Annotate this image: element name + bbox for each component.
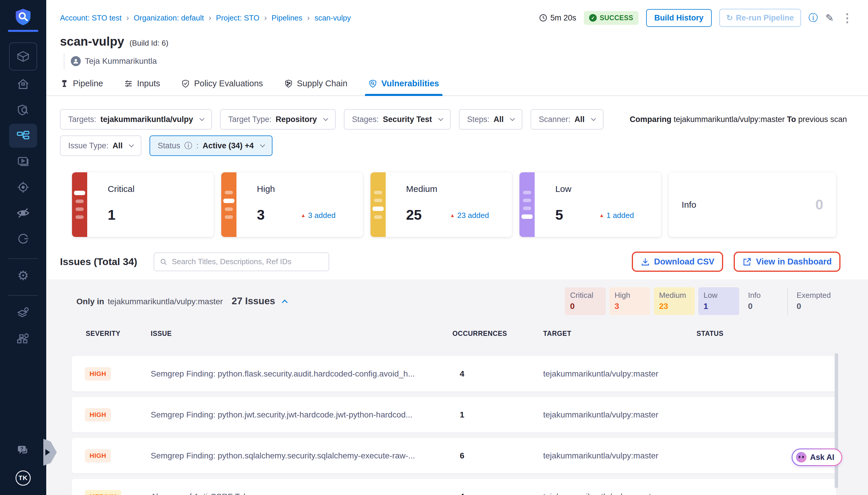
external-link-icon: [743, 257, 752, 267]
download-csv-button[interactable]: Download CSV: [632, 252, 723, 272]
sidebar-item-default-settings[interactable]: [9, 301, 37, 324]
module-selector[interactable]: [9, 42, 37, 70]
sidebar-item-executions[interactable]: [9, 150, 37, 173]
edit-pipeline-icon[interactable]: ✎: [826, 12, 834, 24]
severity-cards: Critical 1 High 3 ▲ 3 added Medium 2: [46, 172, 868, 237]
rerun-pipeline-button[interactable]: ↻ Re-run Pipeline: [719, 9, 801, 27]
executions-icon: [17, 155, 30, 168]
comparing-to: To: [787, 115, 796, 124]
comparing-note: Comparing tejakummarikuntla/vulpy:master…: [630, 115, 847, 124]
chip-label: Low: [703, 291, 734, 300]
app-root: ⚙ ? TK: [0, 0, 868, 495]
breadcrumb-pipelines[interactable]: Pipelines: [272, 14, 303, 22]
issues-rows: HIGH Semgrep Finding: python.flask.secur…: [72, 356, 836, 495]
critical-card[interactable]: Critical 1: [72, 172, 214, 237]
tab-bar: Pipeline Inputs Policy Evaluations: [46, 72, 868, 96]
breadcrumb-account[interactable]: Account: STO test: [60, 14, 122, 22]
search-input[interactable]: [172, 257, 323, 266]
card-count: 3: [257, 207, 265, 223]
issues-panel: Only in tejakummarikuntla/vulpy:master 2…: [46, 279, 868, 495]
table-scrollbar[interactable]: [835, 353, 838, 488]
table-row[interactable]: MEDIUM Absence of Anti-CSRF Tokens 4 tej…: [72, 479, 836, 495]
chip-exempted[interactable]: Exempted 0: [791, 287, 836, 315]
sidebar-item-exemptions[interactable]: [9, 201, 37, 225]
chip-high[interactable]: High 3: [609, 287, 650, 315]
sidebar-item-pipelines[interactable]: [9, 124, 37, 148]
chip-info[interactable]: Info 0: [743, 287, 784, 315]
more-options-icon[interactable]: ⋮: [841, 13, 853, 22]
filter-colon: :: [197, 141, 199, 150]
sidebar-item-targets[interactable]: [9, 175, 37, 199]
filter-label: Issue Type:: [68, 141, 108, 150]
target-value: tejakummarikuntla/vulpy:master: [543, 492, 659, 495]
duration: 5m 20s: [539, 14, 577, 22]
target-type-filter[interactable]: Target Type: Repository: [220, 109, 336, 130]
user-avatar[interactable]: TK: [16, 471, 31, 485]
sidebar-item-org-structure[interactable]: [9, 326, 37, 350]
tab-vulnerabilities[interactable]: Vulnerabilities: [369, 79, 439, 96]
table-row[interactable]: HIGH Semgrep Finding: python.jwt.securit…: [72, 397, 836, 432]
chip-low[interactable]: Low 1: [698, 287, 739, 315]
low-card[interactable]: Low 5 ▲ 1 added: [520, 172, 661, 237]
filter-value: All: [575, 115, 585, 124]
build-history-button[interactable]: Build History: [646, 9, 712, 27]
tab-supply-chain[interactable]: Supply Chain: [284, 79, 348, 96]
severity-badge: HIGH: [85, 367, 111, 381]
issue-type-filter[interactable]: Issue Type: All: [60, 135, 141, 156]
ask-ai-button[interactable]: Ask AI: [792, 448, 842, 466]
tab-inputs[interactable]: Inputs: [124, 79, 160, 96]
getting-started-gauge-icon: [16, 232, 30, 245]
tab-label: Supply Chain: [297, 79, 348, 88]
sidebar-item-settings[interactable]: ⚙: [9, 263, 37, 288]
chevron-down-icon: [129, 142, 134, 148]
breadcrumb-project[interactable]: Project: STO: [216, 14, 259, 22]
filter-value: Repository: [276, 115, 317, 124]
help-button[interactable]: ?: [9, 438, 37, 462]
scanner-filter[interactable]: Scanner: All: [531, 109, 603, 130]
breadcrumb-organization[interactable]: Organization: default: [134, 14, 204, 22]
steps-filter[interactable]: Steps: All: [459, 109, 522, 130]
chip-medium[interactable]: Medium 23: [654, 287, 695, 315]
targets-filter[interactable]: Targets: tejakummarikuntla/vulpy: [60, 109, 212, 130]
sidebar-item-getting-started[interactable]: [9, 227, 37, 251]
sidebar-item-scans[interactable]: [9, 98, 37, 122]
only-in-label: Only in: [76, 297, 104, 306]
filter-label: Targets:: [68, 115, 96, 124]
added-note: ▲ 23 added: [450, 211, 489, 220]
tab-policy-evaluations[interactable]: Policy Evaluations: [181, 79, 263, 96]
medium-card[interactable]: Medium 25 ▲ 23 added: [371, 172, 512, 237]
filter-value: Security Test: [383, 115, 432, 124]
severity-badge: HIGH: [85, 449, 111, 462]
tab-pipeline[interactable]: Pipeline: [60, 79, 103, 96]
chip-critical[interactable]: Critical 0: [565, 287, 606, 315]
info-icon[interactable]: ⓘ: [809, 12, 818, 24]
filter-row-1: Targets: tejakummarikuntla/vulpy Target …: [46, 109, 868, 130]
comparing-lead: Comparing: [630, 115, 671, 124]
chevron-down-icon: [323, 116, 328, 121]
issues-search[interactable]: [154, 253, 329, 271]
header-row: Account: STO test › Organization: defaul…: [46, 0, 868, 27]
sidebar-item-overview[interactable]: [9, 72, 37, 96]
sto-shield-logo-icon: [14, 7, 32, 26]
info-card[interactable]: Info 0: [669, 172, 836, 237]
high-card[interactable]: High 3 ▲ 3 added: [221, 172, 363, 237]
chevron-down-icon: [260, 142, 265, 148]
download-csv-label: Download CSV: [654, 257, 714, 267]
sto-logo[interactable]: [8, 7, 38, 32]
column-header-target: TARGET: [543, 330, 571, 338]
filter-value: All: [493, 115, 504, 124]
occurrences-value: 4: [460, 369, 464, 379]
breadcrumb-current[interactable]: scan-vulpy: [314, 14, 351, 22]
build-id: (Build Id: 6): [129, 39, 168, 48]
exemptions-eye-off-icon: [16, 206, 30, 220]
supply-chain-shield-icon: [284, 79, 293, 88]
card-count: 1: [108, 207, 116, 223]
stages-filter[interactable]: Stages: Security Test: [344, 109, 451, 130]
table-row[interactable]: HIGH Semgrep Finding: python.flask.secur…: [72, 356, 836, 391]
sidebar-divider: [8, 258, 38, 259]
view-in-dashboard-button[interactable]: View in Dashboard: [734, 252, 840, 272]
card-label: Critical: [108, 184, 135, 194]
status-filter[interactable]: Status ⓘ : Active (34) +4: [150, 135, 272, 156]
collapse-chevron-icon[interactable]: [282, 300, 288, 305]
table-row[interactable]: HIGH Semgrep Finding: python.sqlalchemy.…: [72, 438, 836, 473]
